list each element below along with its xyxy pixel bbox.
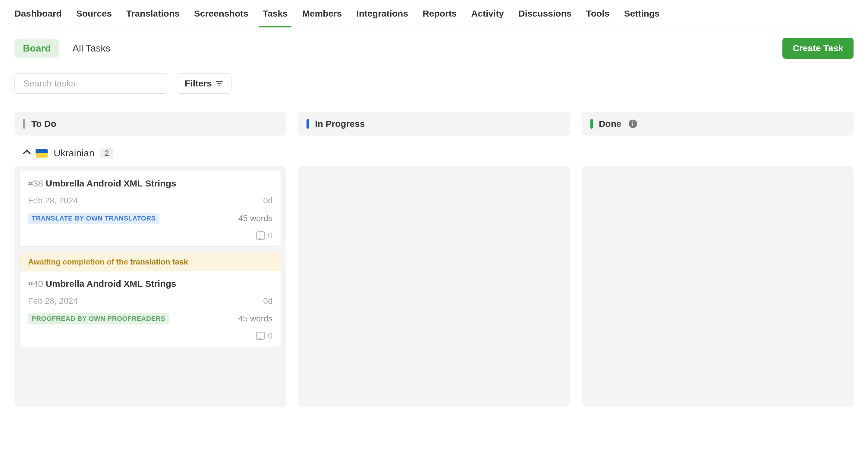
nav-tab-settings[interactable]: Settings <box>624 8 659 27</box>
task-card[interactable]: #38 Umbrella Android XML Strings Feb 28,… <box>19 171 281 247</box>
language-count-badge: 2 <box>100 148 113 159</box>
nav-tab-members[interactable]: Members <box>302 8 342 27</box>
banner-strong: translation task <box>130 257 188 266</box>
task-card[interactable]: Awaiting completion of the translation t… <box>19 252 281 347</box>
task-footer: 0 <box>28 331 273 341</box>
task-name: Umbrella Android XML Strings <box>45 279 176 289</box>
task-days: 0d <box>263 196 273 205</box>
nav-tab-integrations[interactable]: Integrations <box>356 8 408 27</box>
view-board-button[interactable]: Board <box>14 39 59 58</box>
task-title: #38 Umbrella Android XML Strings <box>28 178 273 189</box>
column-body-done <box>582 166 854 407</box>
nav-tab-reports[interactable]: Reports <box>423 8 457 27</box>
create-task-button[interactable]: Create Task <box>782 38 854 59</box>
nav-tab-sources[interactable]: Sources <box>76 8 112 27</box>
language-name: Ukrainian <box>54 148 94 159</box>
task-days: 0d <box>263 296 273 306</box>
columns-header: To Do In Progress Done i <box>14 104 854 136</box>
comment-count: 0 <box>268 231 273 240</box>
nav-tab-tools[interactable]: Tools <box>586 8 610 27</box>
task-type-badge: TRANSLATE BY OWN TRANSLATORS <box>28 213 159 224</box>
task-words: 45 words <box>239 314 273 324</box>
filter-icon <box>216 81 223 86</box>
nav-tab-discussions[interactable]: Discussions <box>518 8 572 27</box>
language-group-toggle[interactable]: Ukrainian 2 <box>14 136 854 166</box>
task-date: Feb 28, 2024 <box>28 196 78 205</box>
comment-icon[interactable] <box>256 231 265 240</box>
task-name: Umbrella Android XML Strings <box>45 178 176 188</box>
column-pip-in-progress <box>307 119 309 129</box>
nav-tabs: Dashboard Sources Translations Screensho… <box>14 0 854 27</box>
nav-tab-screenshots[interactable]: Screenshots <box>194 8 248 27</box>
nav-tab-activity[interactable]: Activity <box>471 8 504 27</box>
filters-label: Filters <box>185 78 212 89</box>
view-all-tasks-button[interactable]: All Tasks <box>64 39 119 58</box>
column-header-todo: To Do <box>14 112 286 136</box>
column-label-in-progress: In Progress <box>315 119 365 129</box>
chevron-up-icon <box>23 150 30 157</box>
filter-row: Filters <box>14 59 854 104</box>
task-id: #38 <box>28 178 43 188</box>
nav-tab-dashboard[interactable]: Dashboard <box>14 8 62 27</box>
task-title: #40 Umbrella Android XML Strings <box>28 279 273 289</box>
column-body-in-progress <box>298 166 569 407</box>
task-words: 45 words <box>239 214 273 223</box>
task-footer: 0 <box>28 231 273 240</box>
columns-body: #38 Umbrella Android XML Strings Feb 28,… <box>14 166 854 407</box>
nav-tab-tasks[interactable]: Tasks <box>263 8 288 27</box>
comment-count: 0 <box>268 331 273 341</box>
column-body-todo: #38 Umbrella Android XML Strings Feb 28,… <box>14 166 286 407</box>
column-label-todo: To Do <box>31 119 56 129</box>
task-banner: Awaiting completion of the translation t… <box>20 253 281 271</box>
task-id: #40 <box>28 279 43 289</box>
flag-ukraine-icon <box>36 149 48 158</box>
column-pip-todo <box>23 119 25 129</box>
view-toggle: Board All Tasks <box>14 39 119 58</box>
column-header-in-progress: In Progress <box>298 112 569 136</box>
nav-tab-translations[interactable]: Translations <box>126 8 180 27</box>
column-pip-done <box>590 119 593 129</box>
info-icon[interactable]: i <box>629 120 637 128</box>
toolbar: Board All Tasks Create Task <box>14 27 854 59</box>
task-type-badge: PROOFREAD BY OWN PROOFREADERS <box>28 313 169 324</box>
search-input[interactable] <box>14 73 168 94</box>
filters-button[interactable]: Filters <box>176 73 231 94</box>
task-date: Feb 28, 2024 <box>28 296 78 306</box>
banner-text: Awaiting completion of the <box>28 257 130 266</box>
comment-icon[interactable] <box>256 332 265 340</box>
column-header-done: Done i <box>582 112 854 136</box>
column-label-done: Done <box>599 119 621 129</box>
